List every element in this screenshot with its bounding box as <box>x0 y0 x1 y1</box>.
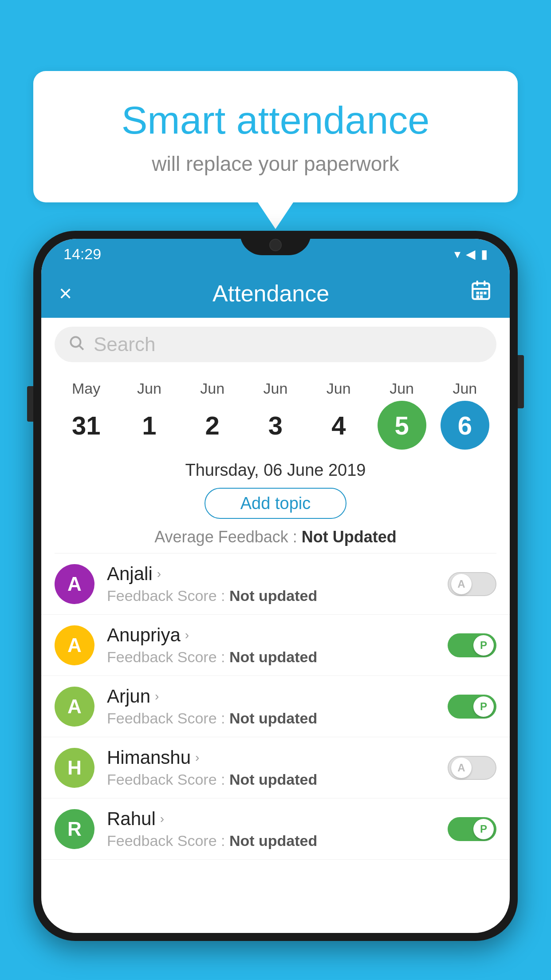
cal-item-5[interactable]: Jun5 <box>371 380 433 450</box>
cal-day-0: 31 <box>62 401 110 450</box>
status-time: 14:29 <box>63 245 101 263</box>
cal-month-5: Jun <box>390 380 414 397</box>
cal-item-1[interactable]: Jun1 <box>118 380 180 450</box>
app-bar-title: Attendance <box>72 280 470 307</box>
student-item[interactable]: AAnupriya ›Feedback Score : Not updatedP <box>41 615 510 676</box>
student-avatar: H <box>55 748 94 788</box>
speech-bubble-title: Smart attendance <box>69 98 482 143</box>
svg-rect-4 <box>476 292 479 294</box>
student-info: Himanshu ›Feedback Score : Not updated <box>107 747 448 788</box>
cal-item-3[interactable]: Jun3 <box>244 380 307 450</box>
toggle-knob: A <box>451 758 472 778</box>
toggle-knob: P <box>473 635 494 656</box>
student-info: Anjali ›Feedback Score : Not updated <box>107 563 448 605</box>
phone-container: 14:29 ▾ ◀ ▮ × Attendance <box>33 231 518 980</box>
student-item[interactable]: AArjun ›Feedback Score : Not updatedP <box>41 676 510 737</box>
student-score: Feedback Score : Not updated <box>107 648 448 666</box>
student-avatar: A <box>55 625 94 665</box>
cal-day-1: 1 <box>125 401 173 450</box>
student-avatar: A <box>55 564 94 604</box>
cal-item-2[interactable]: Jun2 <box>181 380 244 450</box>
student-name: Rahul › <box>107 808 448 830</box>
battery-icon: ▮ <box>481 247 488 261</box>
cal-day-5: 5 <box>378 401 426 450</box>
attendance-toggle[interactable]: A <box>448 572 496 596</box>
close-button[interactable]: × <box>59 281 72 306</box>
avg-feedback-value: Not Updated <box>302 528 397 546</box>
cal-month-1: Jun <box>137 380 161 397</box>
add-topic-button[interactable]: Add topic <box>205 488 346 519</box>
cal-item-4[interactable]: Jun4 <box>307 380 370 450</box>
avg-feedback-label: Average Feedback : <box>154 528 297 546</box>
student-name: Anupriya › <box>107 624 448 646</box>
attendance-toggle[interactable]: A <box>448 756 496 780</box>
student-score: Feedback Score : Not updated <box>107 832 448 850</box>
svg-line-10 <box>79 346 83 350</box>
average-feedback: Average Feedback : Not Updated <box>41 528 510 546</box>
toggle-knob: P <box>473 696 494 717</box>
wifi-icon: ▾ <box>454 247 460 261</box>
student-item[interactable]: HHimanshu ›Feedback Score : Not updatedA <box>41 737 510 798</box>
student-info: Arjun ›Feedback Score : Not updated <box>107 686 448 727</box>
search-placeholder: Search <box>94 333 155 356</box>
student-score: Feedback Score : Not updated <box>107 710 448 727</box>
attendance-toggle[interactable]: P <box>448 817 496 841</box>
search-icon <box>68 334 85 355</box>
calendar-strip: May31Jun1Jun2Jun3Jun4Jun5Jun6 <box>41 371 510 454</box>
chevron-icon: › <box>155 689 159 703</box>
cal-month-0: May <box>72 380 100 397</box>
student-item[interactable]: RRahul ›Feedback Score : Not updatedP <box>41 798 510 860</box>
cal-day-2: 2 <box>188 401 237 450</box>
student-name: Himanshu › <box>107 747 448 768</box>
speech-bubble-tail <box>258 202 293 229</box>
toggle-knob: P <box>473 819 494 839</box>
phone-screen: 14:29 ▾ ◀ ▮ × Attendance <box>41 239 510 933</box>
students-list: AAnjali ›Feedback Score : Not updatedAAA… <box>41 553 510 860</box>
student-avatar: R <box>55 809 94 849</box>
student-item[interactable]: AAnjali ›Feedback Score : Not updatedA <box>41 553 510 615</box>
cal-day-6: 6 <box>441 401 489 450</box>
attendance-toggle[interactable]: P <box>448 695 496 719</box>
student-info: Anupriya ›Feedback Score : Not updated <box>107 624 448 666</box>
speech-bubble: Smart attendance will replace your paper… <box>33 71 518 202</box>
cal-day-3: 3 <box>251 401 300 450</box>
cal-month-4: Jun <box>327 380 351 397</box>
student-name: Anjali › <box>107 563 448 585</box>
phone-notch <box>240 231 311 255</box>
search-bar[interactable]: Search <box>55 327 496 362</box>
student-avatar: A <box>55 687 94 727</box>
attendance-toggle[interactable]: P <box>448 633 496 657</box>
svg-rect-7 <box>476 295 479 298</box>
cal-month-2: Jun <box>200 380 224 397</box>
front-camera <box>269 239 282 251</box>
chevron-icon: › <box>160 812 164 826</box>
cal-month-6: Jun <box>453 380 477 397</box>
speech-bubble-container: Smart attendance will replace your paper… <box>33 71 518 229</box>
chevron-icon: › <box>157 567 161 581</box>
chevron-icon: › <box>185 628 189 642</box>
student-info: Rahul ›Feedback Score : Not updated <box>107 808 448 850</box>
status-icons: ▾ ◀ ▮ <box>454 247 488 261</box>
student-name: Arjun › <box>107 686 448 707</box>
signal-icon: ◀ <box>466 247 476 261</box>
svg-rect-5 <box>480 292 483 294</box>
phone-frame: 14:29 ▾ ◀ ▮ × Attendance <box>33 231 518 941</box>
selected-date-label: Thursday, 06 June 2019 <box>41 461 510 480</box>
svg-rect-6 <box>484 292 486 294</box>
toggle-knob: A <box>451 574 472 594</box>
student-score: Feedback Score : Not updated <box>107 587 448 605</box>
cal-item-6[interactable]: Jun6 <box>434 380 496 450</box>
svg-rect-8 <box>480 295 483 298</box>
cal-month-3: Jun <box>264 380 288 397</box>
chevron-icon: › <box>195 751 199 765</box>
speech-bubble-subtitle: will replace your paperwork <box>69 152 482 176</box>
cal-day-4: 4 <box>314 401 363 450</box>
cal-item-0[interactable]: May31 <box>55 380 117 450</box>
svg-point-9 <box>71 337 80 347</box>
calendar-icon[interactable] <box>470 280 492 307</box>
app-bar: × Attendance <box>41 269 510 318</box>
student-score: Feedback Score : Not updated <box>107 771 448 788</box>
